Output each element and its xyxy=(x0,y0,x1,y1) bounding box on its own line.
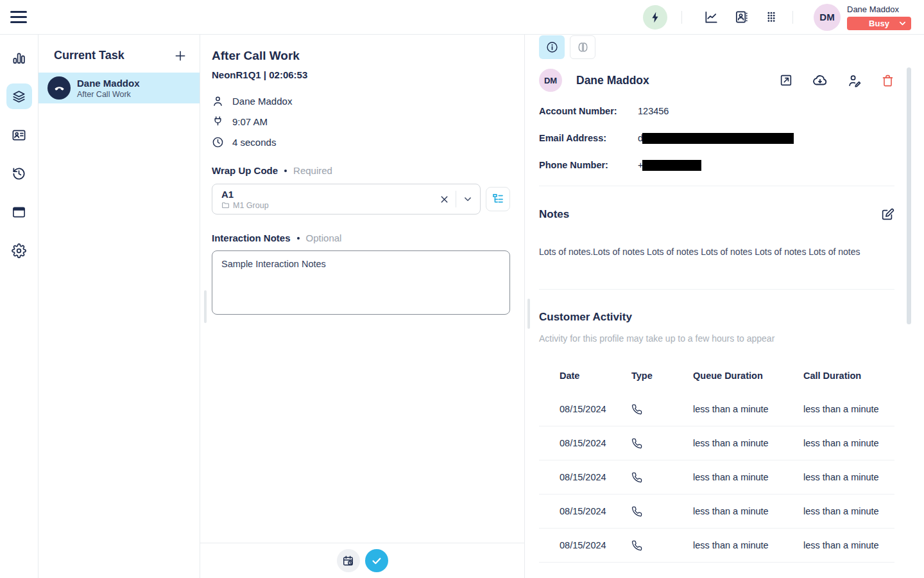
dialpad-button[interactable] xyxy=(764,10,778,24)
close-icon xyxy=(439,194,450,205)
table-row: 08/15/2024 less than a minute less than … xyxy=(539,495,894,529)
interaction-notes-label: Interaction Notes xyxy=(212,232,291,243)
table-row: 08/15/2024 less than a minute less than … xyxy=(539,529,894,563)
tab-insights[interactable] xyxy=(570,35,595,59)
nav-item-queues[interactable] xyxy=(6,83,32,109)
task-avatar xyxy=(47,76,71,100)
cell-call-duration: less than a minute xyxy=(803,506,894,516)
edit-notes-button[interactable] xyxy=(880,207,894,222)
profile-fields: Account Number: 123456 Email Address: d … xyxy=(539,105,894,171)
info-icon xyxy=(545,40,559,54)
customer-activity-title: Customer Activity xyxy=(539,311,894,324)
edit-icon xyxy=(880,207,894,222)
scrollbar-thumb[interactable] xyxy=(907,67,911,324)
tree-list-icon xyxy=(492,193,504,206)
phone-icon xyxy=(631,506,693,517)
cell-date: 08/15/2024 xyxy=(560,404,631,414)
phone-icon xyxy=(631,540,693,551)
nav-item-browser[interactable] xyxy=(6,199,32,225)
tab-profile-info[interactable] xyxy=(539,35,565,59)
duration: 4 seconds xyxy=(232,137,276,148)
cell-queue-duration: less than a minute xyxy=(693,540,803,550)
interaction-reference: NeonR1Q1 | 02:06:53 xyxy=(212,69,510,80)
requirement-badge: Required xyxy=(293,165,332,176)
download-profile-button[interactable] xyxy=(812,73,828,88)
field-label: Account Number: xyxy=(539,106,638,116)
profile-name: Dane Maddox xyxy=(576,74,779,87)
main-area: Current Task Dane Maddox After Call Work xyxy=(0,35,924,578)
delete-profile-button[interactable] xyxy=(881,74,894,87)
acw-action-bar xyxy=(200,543,524,578)
cloud-download-icon xyxy=(812,73,828,88)
page-title: After Call Work xyxy=(212,49,510,63)
person-edit-icon xyxy=(847,73,862,88)
panel-resize-handle[interactable] xyxy=(204,290,207,323)
cell-queue-duration: less than a minute xyxy=(693,506,803,516)
profile-header: DM Dane Maddox xyxy=(539,69,894,92)
open-profile-button[interactable] xyxy=(779,73,793,87)
status-dropdown-button[interactable]: Busy xyxy=(847,17,911,30)
wrap-up-code-select[interactable]: A1 M1 Group xyxy=(212,184,481,215)
field-value: + xyxy=(638,160,701,171)
column-header-call-duration: Call Duration xyxy=(803,371,894,381)
nav-item-contacts[interactable] xyxy=(6,122,32,148)
line-chart-icon xyxy=(704,10,719,24)
bar-chart-icon xyxy=(12,51,26,66)
chevron-down-icon xyxy=(899,21,906,26)
selected-code: A1 xyxy=(221,189,439,200)
brain-icon xyxy=(576,40,590,54)
app-window: DM Dane Maddox Busy xyxy=(0,0,924,578)
nav-item-reports[interactable] xyxy=(6,45,32,71)
panel-resize-handle[interactable] xyxy=(527,299,530,329)
trash-icon xyxy=(881,74,894,87)
redaction-bar xyxy=(642,133,794,144)
field-email: Email Address: d xyxy=(539,132,894,144)
cell-queue-duration: less than a minute xyxy=(693,472,803,482)
notes-title: Notes xyxy=(539,208,569,221)
redaction-bar xyxy=(642,160,701,171)
interaction-notes-input[interactable]: Sample Interaction Notes xyxy=(212,250,510,315)
cell-date: 08/15/2024 xyxy=(560,438,631,448)
field-value: d xyxy=(638,133,794,144)
analytics-button[interactable] xyxy=(704,10,719,24)
add-task-button[interactable] xyxy=(174,49,187,62)
open-dropdown-button[interactable] xyxy=(462,193,474,205)
person-icon xyxy=(212,95,224,107)
divider xyxy=(681,11,682,24)
activity-table: Date Type Queue Duration Call Duration 0… xyxy=(539,367,894,563)
top-bar: DM Dane Maddox Busy xyxy=(0,0,924,35)
check-icon xyxy=(370,554,383,567)
column-header-type: Type xyxy=(631,371,693,381)
quick-actions-button[interactable] xyxy=(643,5,667,30)
clear-selection-button[interactable] xyxy=(439,194,450,205)
divider xyxy=(456,191,456,207)
gear-icon xyxy=(12,243,26,258)
phone-icon xyxy=(631,404,693,415)
hamburger-menu-button[interactable] xyxy=(10,10,30,25)
nav-item-history[interactable] xyxy=(6,161,32,186)
table-header-row: Date Type Queue Duration Call Duration xyxy=(539,367,894,385)
start-time: 9:07 AM xyxy=(232,116,268,127)
contacts-directory-button[interactable] xyxy=(734,10,749,24)
browse-code-tree-button[interactable] xyxy=(486,187,510,211)
divider xyxy=(539,289,894,290)
profile-avatar: DM xyxy=(539,69,562,92)
schedule-button[interactable] xyxy=(337,549,360,572)
edit-contact-button[interactable] xyxy=(847,73,862,88)
status-label: Busy xyxy=(869,19,889,28)
complete-task-button[interactable] xyxy=(365,549,388,572)
phone-icon xyxy=(631,438,693,449)
layers-icon xyxy=(12,89,26,104)
browser-icon xyxy=(12,205,26,220)
bullet-separator xyxy=(297,237,300,240)
task-list-item[interactable]: Dane Maddox After Call Work xyxy=(38,73,200,103)
table-row: 08/15/2024 less than a minute less than … xyxy=(539,426,894,460)
history-icon xyxy=(12,166,26,181)
cell-queue-duration: less than a minute xyxy=(693,438,803,448)
task-contact-name: Dane Maddox xyxy=(77,78,140,89)
nav-item-settings[interactable] xyxy=(6,238,32,263)
contact-card-icon xyxy=(12,128,26,143)
divider xyxy=(539,186,894,186)
divider xyxy=(792,11,793,24)
phone-icon xyxy=(631,472,693,483)
